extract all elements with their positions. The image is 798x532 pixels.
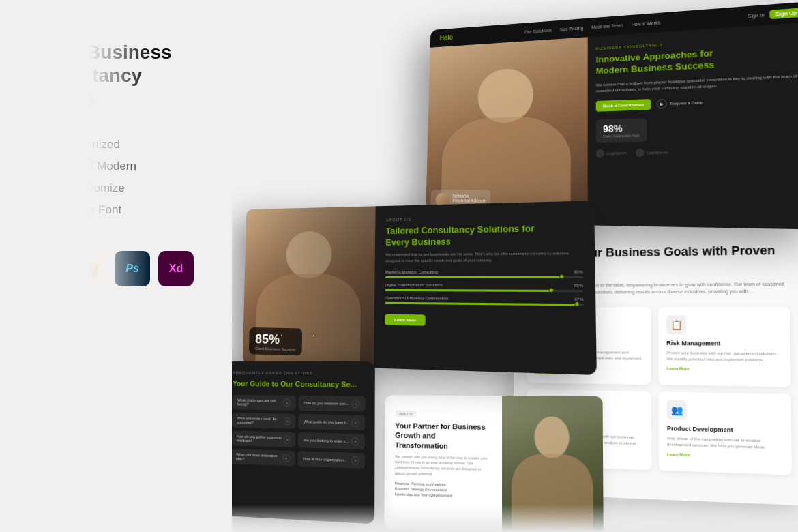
skill-fill xyxy=(385,276,562,278)
preview-area: Holo Our Solutions See Pricing Meet the … xyxy=(136,0,798,532)
faq-expand-icon[interactable]: + xyxy=(283,399,291,407)
partner-desc: We partner with you every step of the wa… xyxy=(395,454,491,478)
risk-icon: 📋 xyxy=(666,315,686,334)
faq-col-1: What challenges are you facing? + What p… xyxy=(231,395,296,467)
partner-card: About Us Your Partner for Business Growt… xyxy=(384,395,603,532)
hero-desc: We believe that a brilliant front-placed… xyxy=(596,72,798,94)
partner-services: Financial Planning and Analysis Business… xyxy=(395,482,491,499)
feature-item-4: Used Free Font xyxy=(27,203,205,217)
skill-dot xyxy=(559,274,565,279)
skill-fill xyxy=(385,289,552,292)
nav-buttons: Sign In Sign Up xyxy=(748,8,798,20)
nav-brand: Holo xyxy=(440,34,453,42)
hero-content: Natasha Financial Advisor ★★★★★ Business… xyxy=(426,22,798,230)
faq-expand-icon[interactable]: + xyxy=(284,417,291,426)
faq-expand-icon[interactable]: + xyxy=(351,419,359,428)
skill-dot xyxy=(549,288,555,293)
faq-card: Frequently Asked Questions Your Guide to… xyxy=(221,361,375,524)
hero-card: Holo Our Solutions See Pricing Meet the … xyxy=(426,1,798,229)
partner-badge: About Us xyxy=(396,411,417,417)
skill-bar-1: Market Expansion Consulting 90% xyxy=(385,270,583,279)
about-desc: We understand that no two businesses are… xyxy=(385,250,583,264)
demo-button[interactable]: ▶ Request a Demo xyxy=(657,98,704,109)
learn-more-link[interactable]: Learn More xyxy=(667,452,783,459)
partner-image xyxy=(502,396,604,532)
bullet-icon xyxy=(27,207,34,213)
hero-text: Business Consultancy Innovative Approach… xyxy=(588,22,798,230)
product-icon: 👥 xyxy=(667,400,687,419)
feature-list: Well Organized Clean and Modern Easy Cus… xyxy=(27,138,205,217)
sketch-icon xyxy=(71,251,106,286)
faq-expand-icon[interactable]: + xyxy=(351,437,359,446)
bullet-icon xyxy=(27,141,34,148)
faq-item-4: What goals do you have f... + xyxy=(298,414,365,430)
stat-card: 98% Client Satisfaction Rate xyxy=(596,118,647,143)
service-item-4: 👥 Product Development Stay ahead of the … xyxy=(658,391,792,475)
faq-expand-icon[interactable]: + xyxy=(284,436,290,444)
photoshop-icon: Ps xyxy=(115,251,150,286)
figma-icon xyxy=(27,251,63,286)
stats-row: 98% Client Satisfaction Rate xyxy=(596,113,798,143)
percent-label: Client Business Success xyxy=(255,346,295,351)
bullet-icon xyxy=(27,185,34,192)
faq-badge: Frequently Asked Questions xyxy=(233,371,365,376)
about-image: 85% Client Business Success xyxy=(243,206,376,368)
learn-more-link[interactable]: Learn More xyxy=(666,366,782,372)
percent-number: 85% xyxy=(255,331,296,348)
logo-item-2: Logolpsum xyxy=(636,148,668,157)
play-icon: ▶ xyxy=(657,99,667,109)
skill-track xyxy=(385,289,583,292)
skill-bar-3: Operational Efficiency Optimization 97% xyxy=(385,296,584,306)
feature-item-3: Easy Customize xyxy=(27,181,205,195)
stat-label: Client Satisfaction Rate xyxy=(603,133,640,138)
faq-item-1: What challenges are you facing? + xyxy=(232,395,296,411)
tool-icons: Ps Xd xyxy=(27,251,205,286)
left-panel: Holo - Business Consultancy Website Well… xyxy=(0,0,232,532)
faq-item-6: Are you looking to enter n... + xyxy=(298,432,365,449)
skill-track xyxy=(385,276,583,278)
page-title: Holo - Business Consultancy xyxy=(27,41,205,87)
about-title: Tailored Consultancy Solutions for Every… xyxy=(385,222,582,248)
adobexd-icon: Xd xyxy=(158,251,194,286)
faq-col-2: How do you measure suc... + What goals d… xyxy=(297,396,365,469)
partner-text: About Us Your Partner for Business Growt… xyxy=(384,395,502,532)
faq-item-3: What processes could be optimized? + xyxy=(232,413,296,429)
faq-title: Your Guide to Our Consultancy Se... xyxy=(233,379,366,389)
partner-title: Your Partner for Business Growth and Tra… xyxy=(395,421,491,451)
percent-badge: 85% Client Business Success xyxy=(249,327,302,355)
about-badge: About Us xyxy=(386,213,582,222)
about-card: 85% Client Business Success About Us Tai… xyxy=(243,201,597,375)
skill-bar-2: Digital Transformation Solutions 85% xyxy=(385,283,583,292)
skill-fill xyxy=(385,302,578,306)
nav-links: Our Solutions See Pricing Meet the Team … xyxy=(524,20,660,34)
hero-image: Natasha Financial Advisor ★★★★★ xyxy=(426,37,588,226)
hero-buttons: Book a Consultation ▶ Request a Demo xyxy=(596,93,798,112)
faq-item-8: How is your organization... + xyxy=(297,452,365,469)
faq-expand-icon[interactable]: + xyxy=(351,400,359,408)
bullet-icon xyxy=(27,163,34,170)
faq-grid: What challenges are you facing? + What p… xyxy=(231,395,366,469)
logo-dot xyxy=(596,149,604,158)
faq-item-7: What role does innovation play? + xyxy=(231,449,295,466)
consult-button[interactable]: Book a Consultation xyxy=(596,99,651,112)
faq-expand-icon[interactable]: + xyxy=(351,456,359,465)
logo-dot xyxy=(636,149,645,157)
skill-dot xyxy=(574,301,580,307)
learn-more-button[interactable]: Learn More xyxy=(385,314,426,326)
logo-item-1: Logolpsum xyxy=(596,149,627,158)
faq-expand-icon[interactable]: + xyxy=(282,454,290,462)
logos-row: Logolpsum Logolpsum xyxy=(596,146,798,158)
partner-person xyxy=(502,396,604,532)
about-text: About Us Tailored Consultancy Solutions … xyxy=(374,201,597,375)
page-subtitle: Website xyxy=(27,89,205,110)
faq-item-2: How do you measure suc... + xyxy=(298,396,365,412)
feature-item-1: Well Organized xyxy=(27,138,205,151)
stat-number: 98% xyxy=(603,122,640,134)
faq-item-5: How do you gather customer feedback? + xyxy=(231,431,295,448)
skill-track xyxy=(385,302,584,306)
feature-item-2: Clean and Modern xyxy=(27,160,205,173)
service-item-2: 📋 Risk Management Protect your business … xyxy=(658,306,791,387)
